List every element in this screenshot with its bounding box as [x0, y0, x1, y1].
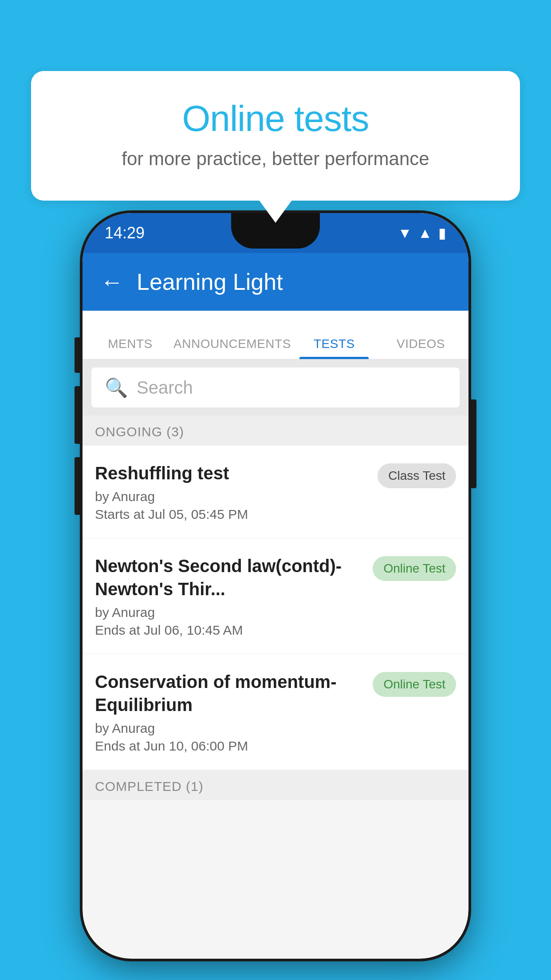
test-time-1: Starts at Jul 05, 05:45 PM — [95, 507, 369, 522]
test-name-2: Newton's Second law(contd)-Newton's Thir… — [95, 554, 364, 601]
bubble-title: Online tests — [67, 98, 484, 139]
search-input[interactable]: Search — [137, 378, 193, 398]
test-info-3: Conservation of momentum-Equilibrium by … — [95, 670, 364, 754]
back-button[interactable]: ← — [100, 269, 123, 295]
test-badge-1: Class Test — [378, 463, 456, 488]
bubble-card: Online tests for more practice, better p… — [31, 71, 520, 201]
test-info-2: Newton's Second law(contd)-Newton's Thir… — [95, 554, 364, 638]
phone-button-volume-down — [75, 386, 81, 444]
test-item-conservation[interactable]: Conservation of momentum-Equilibrium by … — [83, 654, 468, 770]
ongoing-section-header: ONGOING (3) — [83, 415, 468, 446]
test-item-reshuffling[interactable]: Reshuffling test by Anurag Starts at Jul… — [83, 446, 468, 538]
promo-bubble: Online tests for more practice, better p… — [31, 71, 520, 201]
battery-icon: ▮ — [438, 225, 446, 241]
test-time-2: Ends at Jul 06, 10:45 AM — [95, 623, 364, 638]
test-by-3: by Anurag — [95, 721, 364, 736]
test-list: Reshuffling test by Anurag Starts at Jul… — [83, 446, 468, 770]
completed-section-header: COMPLETED (1) — [83, 770, 468, 800]
status-icons: ▼ ▲ ▮ — [398, 225, 446, 241]
phone-screen: 14:29 ▼ ▲ ▮ ← Learning Light MENTS ANNOU… — [83, 213, 468, 959]
test-badge-3: Online Test — [373, 672, 456, 697]
tab-tests[interactable]: TESTS — [291, 337, 378, 359]
search-icon: 🔍 — [105, 377, 128, 399]
phone-button-power — [470, 399, 476, 488]
phone-button-extra — [75, 457, 81, 515]
test-name-1: Reshuffling test — [95, 462, 369, 485]
test-info-1: Reshuffling test by Anurag Starts at Jul… — [95, 462, 369, 522]
phone-frame: 14:29 ▼ ▲ ▮ ← Learning Light MENTS ANNOU… — [83, 213, 468, 959]
wifi-icon: ▼ — [398, 225, 412, 241]
completed-label: COMPLETED (1) — [95, 779, 204, 794]
test-time-3: Ends at Jun 10, 06:00 PM — [95, 739, 364, 754]
app-bar: ← Learning Light — [83, 253, 468, 311]
ongoing-label: ONGOING (3) — [95, 424, 184, 439]
search-container: 🔍 Search — [83, 360, 468, 415]
search-bar[interactable]: 🔍 Search — [91, 368, 460, 407]
test-badge-2: Online Test — [373, 556, 456, 581]
status-time: 14:29 — [105, 224, 145, 242]
bubble-subtitle: for more practice, better performance — [67, 148, 484, 170]
phone-mockup: 14:29 ▼ ▲ ▮ ← Learning Light MENTS ANNOU… — [83, 213, 468, 959]
tab-ments[interactable]: MENTS — [87, 337, 173, 359]
phone-button-volume-up — [75, 337, 81, 373]
test-item-newton[interactable]: Newton's Second law(contd)-Newton's Thir… — [83, 538, 468, 654]
app-title: Learning Light — [137, 269, 283, 295]
test-name-3: Conservation of momentum-Equilibrium — [95, 670, 364, 716]
test-by-1: by Anurag — [95, 489, 369, 504]
tab-videos[interactable]: VIDEOS — [378, 337, 464, 359]
test-by-2: by Anurag — [95, 605, 364, 620]
signal-icon: ▲ — [418, 225, 432, 241]
tab-announcements[interactable]: ANNOUNCEMENTS — [173, 337, 291, 359]
tab-bar: MENTS ANNOUNCEMENTS TESTS VIDEOS — [83, 311, 468, 360]
